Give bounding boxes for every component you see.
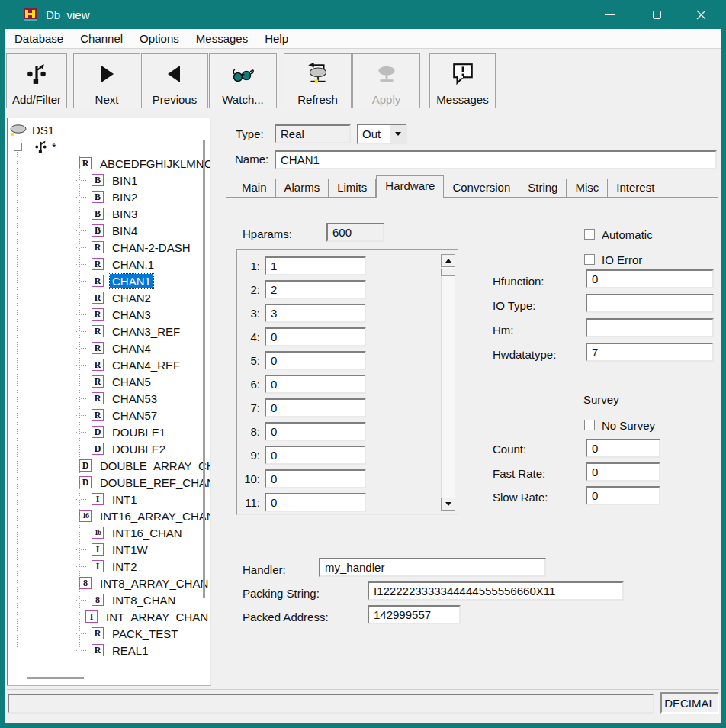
tree-item[interactable]: RCHAN.1 [9,256,210,272]
tree-item[interactable]: DDOUBLE1 [9,424,210,440]
tree-item[interactable]: DDOUBLE2 [9,440,210,457]
direction-dropdown[interactable]: Out [357,124,407,144]
collapse-icon[interactable] [14,143,22,151]
scroll-down-button[interactable] [441,498,455,511]
next-button[interactable]: Next [73,53,140,108]
menu-options[interactable]: Options [131,29,188,48]
hwdatatype-input[interactable] [586,343,714,362]
tree-item[interactable]: BBIN1 [9,172,210,188]
tree-item[interactable]: RCHAN57 [9,407,210,424]
tab-misc[interactable]: Misc [567,179,608,197]
tree-item[interactable]: RCHAN3 [9,306,210,323]
tab-conversion[interactable]: Conversion [444,179,519,197]
tree-item[interactable]: 16INT16_ARRAY_CHAN [9,507,210,524]
tree-item[interactable]: RCHAN3_REF [9,323,210,340]
no-survey-checkbox[interactable] [584,420,595,430]
menu-messages[interactable]: Messages [188,29,256,48]
tree-guide [76,533,88,533]
tree-item[interactable]: DDOUBLE_ARRAY_CH [9,457,210,474]
packing-string-input[interactable] [368,581,624,601]
tree-item[interactable]: RPACK_TEST [9,625,210,642]
refresh-button[interactable]: Refresh [284,53,352,108]
tab-limits[interactable]: Limits [329,179,376,197]
tree-item[interactable]: RREAL1 [9,642,210,659]
type-icon-16: 16 [92,527,104,539]
param-input[interactable] [265,493,366,512]
tree-item[interactable]: IINT_ARRAY_CHAN [9,608,210,625]
watch-button[interactable]: Watch... [209,53,277,108]
tree-item[interactable]: RABCEDFGHIJKLMNO [9,155,210,172]
tab-interest[interactable]: Interest [608,179,663,197]
close-button[interactable] [683,0,718,29]
tree-item[interactable]: BBIN3 [9,205,210,222]
decimal-mode-indicator[interactable]: DECIMAL [660,692,719,714]
name-input[interactable] [275,150,717,169]
io-error-checkbox[interactable] [584,254,595,265]
menu-channel[interactable]: Channel [72,29,131,48]
param-input[interactable] [265,398,366,417]
minimize-button[interactable] [592,0,627,29]
param-input[interactable] [265,375,366,394]
tab-main[interactable]: Main [233,179,276,197]
menu-database[interactable]: Database [5,29,72,48]
tab-alarms[interactable]: Alarms [276,179,329,197]
params-scrollbar[interactable] [441,254,455,511]
tree-guide [76,382,88,382]
handler-input[interactable] [319,558,546,577]
watch-label: Watch... [222,93,263,106]
hm-input[interactable] [586,318,714,337]
param-index: 3: [237,307,260,320]
tree-item[interactable]: RCHAN5 [9,373,210,390]
tab-hardware[interactable]: Hardware [376,175,444,198]
param-input[interactable] [265,446,366,465]
tree-item[interactable]: RCHAN-2-DASH [9,239,210,256]
param-input[interactable] [265,422,366,441]
add-filter-button[interactable]: Add/Filter [6,53,67,108]
tree-item[interactable]: RCHAN2 [9,289,210,306]
tree-item[interactable]: RCHAN4_REF [9,356,210,373]
scroll-up-button[interactable] [441,254,455,267]
dropdown-button[interactable] [390,125,406,143]
menu-help[interactable]: Help [256,29,297,48]
type-icon-r: R [92,258,104,270]
tree-item[interactable]: BBIN2 [9,188,210,205]
tree-item-label: INT2 [110,559,140,574]
tree-item[interactable]: DDOUBLE_REF_CHAN [9,474,210,491]
tree-horizontal-scrollbar[interactable] [27,677,84,679]
param-input[interactable] [265,304,366,323]
hfunction-input[interactable] [586,269,714,288]
tree-item[interactable]: 16INT16_CHAN [9,524,210,541]
packed-address-input[interactable] [368,605,461,624]
tree-item[interactable]: RCHAN4 [9,340,210,356]
tree-root-item[interactable]: DS1 [9,121,210,138]
param-input[interactable] [265,327,366,346]
tab-string[interactable]: String [519,179,567,197]
tree-item[interactable]: RCHAN53 [9,390,210,407]
tree-item[interactable]: 8INT8_CHAN [9,591,210,608]
scrollbar-thumb[interactable] [441,269,455,276]
param-input[interactable] [265,256,366,275]
previous-button[interactable]: Previous [141,53,208,108]
tree-item[interactable]: IINT1 [9,491,210,507]
tree-item[interactable]: IINT2 [9,558,210,575]
maximize-button[interactable] [639,0,674,29]
automatic-checkbox[interactable] [584,229,595,240]
tree-guide [76,650,88,651]
param-row: 4: [237,325,458,349]
tree-vertical-scrollbar[interactable] [203,140,205,598]
tree-item-label: CHAN3_REF [110,324,182,339]
tree-item[interactable]: BBIN4 [9,222,210,239]
fast-rate-input[interactable] [586,462,660,482]
tree-guide-line [79,156,80,650]
slow-rate-input[interactable] [586,486,660,505]
param-input[interactable] [265,351,366,370]
tree-item[interactable]: RCHAN1 [9,272,210,289]
tree-item[interactable]: 8INT8_ARRAY_CHAN [9,575,210,591]
tree-item[interactable]: IINT1W [9,541,210,558]
count-input[interactable] [586,439,660,458]
param-input[interactable] [265,280,366,299]
messages-button[interactable]: Messages [429,53,496,108]
tree-wildcard-item[interactable]: * [9,138,210,155]
io-type-input[interactable] [586,294,714,313]
param-input[interactable] [265,469,366,488]
